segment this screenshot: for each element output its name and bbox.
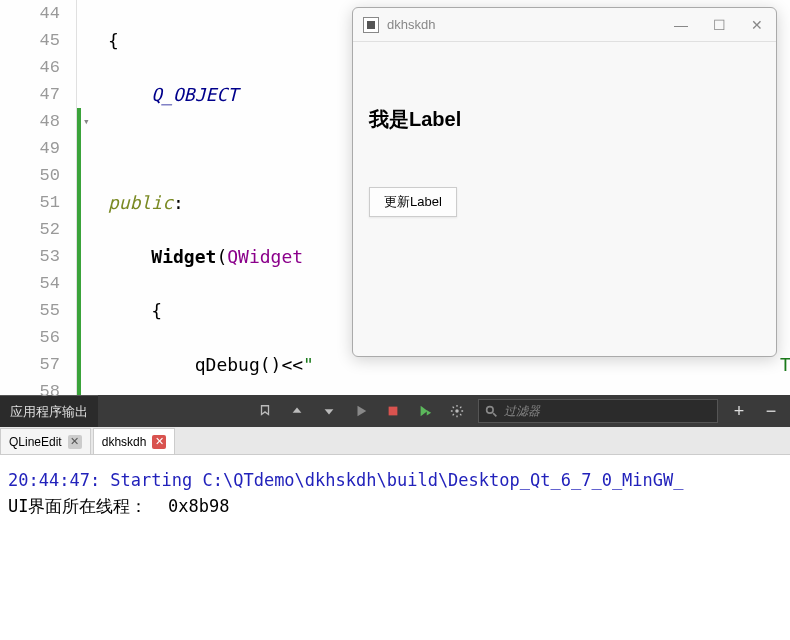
titlebar[interactable]: dkhskdh — ☐ ✕ xyxy=(353,8,776,42)
stop-icon[interactable] xyxy=(382,400,404,422)
output-panel-header: 应用程序输出 过滤器 + − xyxy=(0,395,790,427)
close-tab-icon[interactable]: ✕ xyxy=(68,435,82,449)
tab-label: QLineEdit xyxy=(9,435,62,449)
line-number: 56 xyxy=(0,324,60,351)
up-arrow-icon[interactable] xyxy=(286,400,308,422)
line-number: 47 xyxy=(0,81,60,108)
line-number: 52 xyxy=(0,216,60,243)
change-marker-bar: ▾ xyxy=(76,0,102,395)
info-label: 我是Label xyxy=(369,106,760,133)
line-number: 48 xyxy=(0,108,60,135)
line-number: 45 xyxy=(0,27,60,54)
output-console[interactable]: 20:44:47: Starting C:\QTdemo\dkhskdh\bui… xyxy=(0,455,790,640)
output-path: C:\QTdemo\dkhskdh\build\Desktop_Qt_6_7_0… xyxy=(202,470,683,490)
close-button[interactable]: ✕ xyxy=(748,17,766,33)
line-number: 51 xyxy=(0,189,60,216)
output-timestamp: 20:44:47: xyxy=(8,470,110,490)
minus-icon[interactable]: − xyxy=(760,400,782,422)
line-number-gutter: 44 45 46 47 48 49 50 51 52 53 54 55 56 5… xyxy=(0,0,76,395)
code-token: Widget xyxy=(151,246,216,267)
attach-icon[interactable] xyxy=(254,400,276,422)
run-icon[interactable] xyxy=(350,400,372,422)
line-number: 50 xyxy=(0,162,60,189)
line-number: 44 xyxy=(0,0,60,27)
line-number: 57 xyxy=(0,351,60,378)
code-token: Q_OBJECT xyxy=(151,84,238,105)
line-number: 58 xyxy=(0,378,60,405)
line-number: 53 xyxy=(0,243,60,270)
code-token: qDebug xyxy=(195,354,260,375)
svg-point-1 xyxy=(455,409,459,413)
code-token: public xyxy=(108,192,173,213)
filter-placeholder: 过滤器 xyxy=(504,403,540,420)
filter-input[interactable]: 过滤器 xyxy=(478,399,718,423)
panel-toolbar: 过滤器 + − xyxy=(246,399,790,423)
app-icon xyxy=(363,17,379,33)
svg-point-2 xyxy=(487,406,494,413)
code-token: { xyxy=(151,300,162,321)
line-number: 46 xyxy=(0,54,60,81)
code-token: { xyxy=(108,30,119,51)
app-body: 我是Label 更新Label xyxy=(353,42,776,235)
output-tab-qlineedit[interactable]: QLineEdit ✕ xyxy=(0,428,91,454)
code-token: Th xyxy=(780,354,790,375)
output-tabs: QLineEdit ✕ dkhskdh ✕ xyxy=(0,427,790,455)
tab-label: dkhskdh xyxy=(102,435,147,449)
minimize-button[interactable]: — xyxy=(672,17,690,33)
down-arrow-icon[interactable] xyxy=(318,400,340,422)
update-label-button[interactable]: 更新Label xyxy=(369,187,457,217)
output-tab-dkhskdh[interactable]: dkhskdh ✕ xyxy=(93,428,176,454)
code-token: ()<< xyxy=(260,354,303,375)
search-icon xyxy=(485,405,498,418)
code-token: " xyxy=(303,354,314,375)
output-text: UI界面所在线程： xyxy=(8,496,168,516)
output-thread-id: 0x8b98 xyxy=(168,496,229,516)
fold-icon[interactable]: ▾ xyxy=(83,115,90,128)
close-tab-icon[interactable]: ✕ xyxy=(152,435,166,449)
line-number: 54 xyxy=(0,270,60,297)
app-window[interactable]: dkhskdh — ☐ ✕ 我是Label 更新Label xyxy=(352,7,777,357)
settings-icon[interactable] xyxy=(446,400,468,422)
run-with-icon[interactable] xyxy=(414,400,436,422)
line-number: 55 xyxy=(0,297,60,324)
output-text: Starting xyxy=(110,470,202,490)
maximize-button[interactable]: ☐ xyxy=(710,17,728,33)
code-token: QWidget xyxy=(227,246,303,267)
plus-icon[interactable]: + xyxy=(728,400,750,422)
window-title: dkhskdh xyxy=(387,17,672,32)
line-number: 49 xyxy=(0,135,60,162)
svg-rect-0 xyxy=(389,407,398,416)
